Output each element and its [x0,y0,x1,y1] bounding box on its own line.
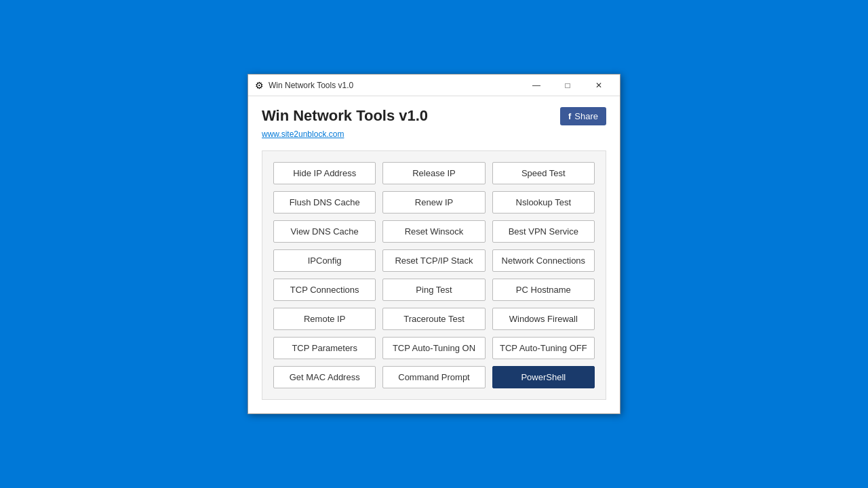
app-icon: ⚙ [254,80,264,91]
flush-dns-button[interactable]: Flush DNS Cache [273,191,376,214]
buttons-grid: Hide IP AddressRelease IPSpeed TestFlush… [273,162,595,388]
release-ip-button[interactable]: Release IP [382,162,485,184]
maximize-button[interactable]: □ [552,75,583,96]
remote-ip-button[interactable]: Remote IP [273,308,376,330]
hide-ip-button[interactable]: Hide IP Address [273,162,376,184]
nslookup-test-button[interactable]: Nslookup Test [492,191,595,214]
window-controls: — □ ✕ [521,75,614,96]
window-body: Win Network Tools v1.0 www.site2unblock.… [248,96,620,413]
app-link[interactable]: www.site2unblock.com [262,129,344,139]
network-connections-button[interactable]: Network Connections [492,249,595,272]
view-dns-button[interactable]: View DNS Cache [273,220,376,243]
share-label: Share [574,111,598,121]
get-mac-button[interactable]: Get MAC Address [273,366,376,388]
windows-firewall-button[interactable]: Windows Firewall [492,308,595,330]
reset-tcp-button[interactable]: Reset TCP/IP Stack [382,249,485,272]
app-title: Win Network Tools v1.0 [262,107,428,125]
command-prompt-button[interactable]: Command Prompt [382,366,485,388]
titlebar: ⚙ Win Network Tools v1.0 — □ ✕ [248,75,620,96]
speed-test-button[interactable]: Speed Test [492,162,595,184]
ipconfig-button[interactable]: IPConfig [273,249,376,272]
powershell-button[interactable]: PowerShell [492,366,595,388]
reset-winsock-button[interactable]: Reset Winsock [382,220,485,243]
minimize-button[interactable]: — [521,75,552,96]
renew-ip-button[interactable]: Renew IP [382,191,485,214]
close-button[interactable]: ✕ [583,75,614,96]
main-window: ⚙ Win Network Tools v1.0 — □ ✕ Win Netwo… [248,74,620,414]
tcp-parameters-button[interactable]: TCP Parameters [273,337,376,359]
header-area: Win Network Tools v1.0 www.site2unblock.… [262,107,606,140]
content-area: Hide IP AddressRelease IPSpeed TestFlush… [262,150,606,400]
tcp-autotuning-on-button[interactable]: TCP Auto-Tuning ON [382,337,485,359]
best-vpn-button[interactable]: Best VPN Service [492,220,595,243]
share-button[interactable]: f Share [560,107,606,125]
tcp-autotuning-off-button[interactable]: TCP Auto-Tuning OFF [492,337,595,359]
traceroute-test-button[interactable]: Traceroute Test [382,308,485,330]
app-info: Win Network Tools v1.0 www.site2unblock.… [262,107,428,140]
titlebar-title: Win Network Tools v1.0 [269,81,521,90]
tcp-connections-button[interactable]: TCP Connections [273,279,376,301]
pc-hostname-button[interactable]: PC Hostname [492,279,595,301]
ping-test-button[interactable]: Ping Test [382,279,485,301]
facebook-f-icon: f [568,111,571,121]
